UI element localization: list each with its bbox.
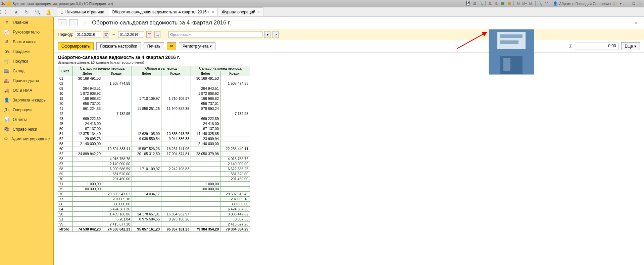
organization-input[interactable]	[168, 31, 262, 38]
table-row[interactable]: 80300 000,00300 000,00	[58, 202, 250, 207]
calc-icon[interactable]: ▦	[506, 1, 512, 6]
sidebar-item[interactable]: ≡Главное	[0, 17, 53, 27]
cell	[220, 141, 250, 146]
table-row[interactable]: 916 201,848 975 504,558 973 160,263 857,…	[58, 217, 250, 222]
sidebar-item[interactable]: 🛍Продажи	[0, 47, 53, 56]
sidebar-item[interactable]: 📊Отчеты	[0, 115, 53, 124]
sidebar-item[interactable]: 🏬Склад	[0, 66, 53, 76]
table-row[interactable]: 5229 695,739 038 550,549 044 336,3323 90…	[58, 136, 250, 141]
table-row[interactable]: 75100 000,00100 000,00	[58, 187, 250, 192]
back-button[interactable]: ←	[58, 19, 66, 26]
table-row[interactable]: 09284 943,51284 943,51	[58, 86, 250, 91]
history-icon[interactable]: ↻	[23, 9, 30, 15]
sidebar-item[interactable]: ДтОперации	[0, 105, 53, 115]
minimize-button[interactable]: —	[625, 1, 630, 6]
cell: 45	[58, 121, 73, 126]
date-from-input[interactable]	[75, 31, 101, 38]
sidebar-item[interactable]: ₽Банк и касса	[0, 37, 53, 47]
cell: 95 857 161,23	[132, 227, 161, 232]
table-row[interactable]: 43669 222,69669 222,69	[58, 116, 250, 121]
registry-button[interactable]: Регистр учета ▾	[179, 42, 215, 50]
favorite-icon[interactable]: ☆	[83, 20, 87, 26]
table-row[interactable]: 634 015 758,764 015 758,76	[58, 156, 250, 161]
tab-close-icon[interactable]: ×	[257, 10, 260, 14]
sidebar-item[interactable]: 📈Руководителю	[0, 27, 53, 37]
org-open-button[interactable]: ↗	[273, 31, 279, 38]
sidebar-item[interactable]: ⚙Администрирование	[0, 134, 53, 144]
cell: 4 015 758,76	[102, 156, 132, 161]
table-row[interactable]: 901 409 166,8614 178 657,0115 854 932,97…	[58, 212, 250, 217]
date-from-picker-icon[interactable]: 📅	[103, 31, 109, 38]
save-icon[interactable]: 💾	[465, 1, 471, 6]
more-button[interactable]: Еще ▾	[621, 42, 640, 50]
date-to-input[interactable]	[118, 31, 144, 38]
org-dropdown-icon[interactable]: ▾	[264, 31, 270, 38]
cell: 52	[58, 136, 73, 141]
maximize-button[interactable]: ☐	[631, 1, 636, 6]
table-row[interactable]: 686 090 686,591 710 109,972 242 108,836 …	[58, 167, 250, 172]
sidebar-item[interactable]: 🏭Производство	[0, 76, 53, 85]
table-row[interactable]: 992 415 677,282 415 677,28	[58, 222, 250, 227]
table-row[interactable]: 846 424 387,366 424 387,36	[58, 207, 250, 212]
tab-report[interactable]: Оборотно-сальдовая ведомость за 4 кварта…	[108, 7, 218, 16]
table-row[interactable]: 77207 005,18207 005,18	[58, 197, 250, 202]
printer3-icon[interactable]: 🖶	[494, 1, 499, 6]
tab-journal[interactable]: Журнал операций ×	[218, 7, 263, 16]
preview-icon[interactable]: 🔍	[478, 1, 484, 6]
calendar-icon[interactable]: ▦	[500, 1, 505, 6]
table-row[interactable]: 20656 737,01656 737,01	[58, 101, 250, 106]
sidebar-item[interactable]: 🛒Покупки	[0, 56, 53, 66]
tab-close-icon[interactable]: ×	[212, 10, 214, 14]
table-row[interactable]: 711 000,001 000,00	[58, 182, 250, 187]
table-row[interactable]: 4524 416,0024 416,00	[58, 121, 250, 126]
table-row[interactable]: 427 132,957 132,95	[58, 111, 250, 116]
table-row[interactable]: 101 972 908,921 972 908,92	[58, 91, 250, 96]
table-row[interactable]: 70291 450,00291 450,00	[58, 177, 250, 182]
m-plus-icon[interactable]: M+	[522, 1, 527, 6]
cell	[220, 86, 250, 91]
email-button[interactable]: ✉	[167, 42, 176, 50]
table-row[interactable]: 5112 375 134,4012 629 105,0010 855 913,7…	[58, 131, 250, 136]
table-row[interactable]: 021 508 474,581 508 474,58	[58, 81, 250, 86]
apps-icon[interactable]: ⋮⋮⋮	[2, 9, 9, 15]
m-icon[interactable]: M	[515, 1, 521, 6]
panel-icon[interactable]: ▯▯	[544, 1, 549, 6]
table-row[interactable]: 582 140 000,002 140 000,00	[58, 141, 250, 146]
bell-icon[interactable]: 🔔	[45, 9, 52, 15]
table-row[interactable]: 41961 224,3311 858 251,2611 940 582,3587…	[58, 106, 250, 111]
sidebar-item[interactable]: 🚚ОС и НМА	[0, 85, 53, 95]
cell: 60	[58, 146, 73, 151]
cell	[161, 222, 191, 227]
table-row[interactable]: 5067 137,0067 137,00	[58, 126, 250, 131]
sidebar-item[interactable]: 👤Зарплата и кадры	[0, 95, 53, 105]
date-to-picker-icon[interactable]: 📅	[146, 31, 152, 38]
cell: 2 140 000,00	[191, 141, 220, 146]
table-row[interactable]: 19196 988,821 710 109,971 710 109,97196 …	[58, 96, 250, 101]
print-icon[interactable]: 🖶	[472, 1, 477, 6]
print-button[interactable]: Печать	[144, 42, 164, 50]
search-icon[interactable]: 🔍	[34, 9, 41, 15]
dropdown-icon[interactable]: ▾	[618, 1, 624, 6]
table-row[interactable]: 0130 169 491,5330 169 491,53	[58, 76, 250, 81]
close-button[interactable]: ✕	[637, 1, 643, 6]
info-icon[interactable]: ⓘ	[612, 1, 617, 6]
forward-button[interactable]: →	[69, 19, 78, 26]
table-row[interactable]: 6224 889 942,2920 165 312,5017 004 874,8…	[58, 151, 250, 156]
cell	[132, 116, 161, 121]
cell	[102, 86, 132, 91]
sidebar-item[interactable]: 📚Справочники	[0, 124, 53, 134]
period-select-button[interactable]: …	[154, 31, 160, 38]
close-page-button[interactable]: ×	[632, 20, 640, 25]
table-row[interactable]: 672 140 000,002 140 000,00	[58, 161, 250, 167]
form-button[interactable]: Сформировать	[58, 42, 94, 50]
cell: 196 988,82	[191, 96, 220, 101]
table-row[interactable]: 7629 596 547,624 034,1729 592 513,45	[58, 192, 250, 197]
table-row[interactable]: 6019 594 833,4115 587 526,2618 231 141,9…	[58, 146, 250, 151]
tab-home[interactable]: ⌂ Начальная страница	[57, 7, 108, 16]
table-row[interactable]: 69531 520,00531 520,00	[58, 172, 250, 177]
m-minus-icon[interactable]: M-	[528, 1, 534, 6]
printer2-icon[interactable]: 🖶	[487, 1, 493, 6]
show-settings-button[interactable]: Показать настройки	[96, 42, 141, 50]
zoom-icon[interactable]: 🔍	[537, 1, 543, 6]
star-icon[interactable]: ★	[13, 9, 19, 15]
